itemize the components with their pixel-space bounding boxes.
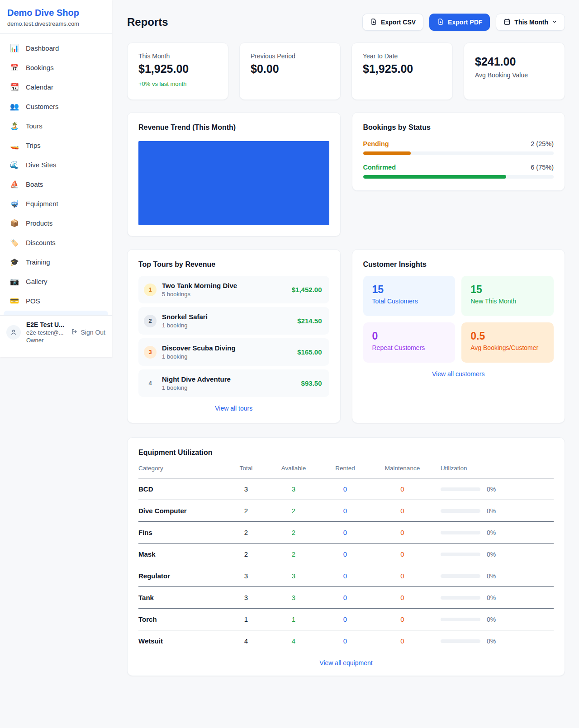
column-header: Maintenance xyxy=(370,465,435,472)
nav-item-label: Equipment xyxy=(26,200,58,208)
equipment-total: 2 xyxy=(226,507,266,515)
file-download-icon xyxy=(437,18,444,27)
equipment-available: 2 xyxy=(266,550,321,558)
utilization-progress-track xyxy=(441,618,480,621)
brand: Demo Dive Shop demo.test.divestreams.com xyxy=(0,0,112,34)
equipment-total: 3 xyxy=(226,594,266,601)
nav-item-label: Training xyxy=(26,258,50,266)
column-header: Category xyxy=(138,465,226,472)
user-role: Owner xyxy=(26,337,66,344)
customer-insights-card: Customer Insights 15 Total Customers 15 … xyxy=(352,249,565,423)
tour-item-two-tank-morning-dive[interactable]: 1 Two Tank Morning Dive 5 bookings $1,45… xyxy=(138,276,329,303)
sidebar-item-bookings[interactable]: 📅 Bookings xyxy=(4,58,108,77)
table-row-tank: Tank 3 3 0 0 0% xyxy=(138,587,554,609)
bookings-by-status-title: Bookings by Status xyxy=(363,123,554,132)
status-row-pending: Pending 2 (25%) xyxy=(363,140,554,155)
sidebar-item-tours[interactable]: 🏝️ Tours xyxy=(4,116,108,136)
nav-item-icon: 🌊 xyxy=(10,161,19,169)
utilization-progress-track xyxy=(441,509,480,513)
equipment-total: 2 xyxy=(226,550,266,558)
sidebar-item-calendar[interactable]: 📆 Calendar xyxy=(4,77,108,97)
status-progress-fill xyxy=(363,175,506,179)
stat-value: $0.00 xyxy=(251,62,329,76)
equipment-total: 1 xyxy=(226,615,266,623)
insight-value: 0 xyxy=(372,330,446,342)
stat-value: $1,925.00 xyxy=(138,62,217,76)
charts-row: Revenue Trend (This Month) Bookings by S… xyxy=(127,112,565,236)
status-count: 6 (75%) xyxy=(531,164,554,171)
sidebar-item-pos[interactable]: 💳 POS xyxy=(4,291,108,311)
page-header: Reports Export CSV E xyxy=(127,14,565,31)
utilization-percent: 0% xyxy=(487,616,496,623)
sign-out-button[interactable]: Sign Out xyxy=(71,328,105,336)
insight-label: Repeat Customers xyxy=(372,344,446,351)
status-list: Pending 2 (25%) Confirmed 6 (75%) xyxy=(363,140,554,179)
page-title: Reports xyxy=(127,16,168,28)
export-csv-button[interactable]: Export CSV xyxy=(362,14,423,31)
tour-name: Discover Scuba Diving xyxy=(162,344,236,352)
view-all-equipment-link[interactable]: View all equipment xyxy=(138,659,554,667)
nav-item-icon: 💳 xyxy=(10,297,19,305)
equipment-category: Mask xyxy=(138,550,226,558)
equipment-maintenance: 0 xyxy=(370,550,435,558)
equipment-total: 4 xyxy=(226,637,266,645)
utilization-progress-track xyxy=(441,487,480,491)
reports-page: Demo Dive Shop demo.test.divestreams.com… xyxy=(0,0,579,728)
nav-item-label: Calendar xyxy=(26,83,53,91)
tour-item-night-dive-adventure[interactable]: 4 Night Dive Adventure 1 booking $93.50 xyxy=(138,369,329,397)
equipment-category: Wetsuit xyxy=(138,637,226,645)
sidebar-nav: 📊 Dashboard 📅 Bookings 📆 Calendar 👥 Cust… xyxy=(0,34,112,311)
view-all-customers-link[interactable]: View all customers xyxy=(363,370,554,378)
rank-badge: 1 xyxy=(144,284,157,296)
nav-item-icon: 📦 xyxy=(10,219,19,227)
sidebar-item-training[interactable]: 🎓 Training xyxy=(4,252,108,272)
sidebar-item-trips[interactable]: 🚤 Trips xyxy=(4,136,108,155)
revenue-trend-chart xyxy=(138,141,329,225)
equipment-maintenance: 0 xyxy=(370,507,435,515)
tour-item-discover-scuba-diving[interactable]: 3 Discover Scuba Diving 1 booking $165.0… xyxy=(138,338,329,366)
status-progress-fill xyxy=(363,151,411,155)
nav-item-label: POS xyxy=(26,297,40,305)
equipment-available: 3 xyxy=(266,485,321,493)
insight-value: 15 xyxy=(372,284,446,296)
sidebar-item-discounts[interactable]: 🏷️ Discounts xyxy=(4,233,108,252)
sidebar-item-boats[interactable]: ⛵ Boats xyxy=(4,175,108,194)
stat-value: $1,925.00 xyxy=(363,62,441,76)
brand-domain: demo.test.divestreams.com xyxy=(7,20,104,27)
utilization-progress-track xyxy=(441,574,480,578)
nav-item-icon: 📊 xyxy=(10,44,19,52)
sidebar-item-equipment[interactable]: 🤿 Equipment xyxy=(4,194,108,213)
stat-label: Previous Period xyxy=(251,52,329,60)
view-all-tours-link[interactable]: View all tours xyxy=(138,405,329,412)
sidebar-item-gallery[interactable]: 📷 Gallery xyxy=(4,272,108,291)
rank-badge: 4 xyxy=(144,377,157,390)
equipment-table-header: Category Total Available Rented Maintena… xyxy=(138,465,554,478)
nav-item-label: Dashboard xyxy=(26,44,59,52)
export-csv-label: Export CSV xyxy=(381,19,416,26)
stat-delta: +0% vs last month xyxy=(138,80,217,87)
equipment-available: 3 xyxy=(266,594,321,601)
utilization-percent: 0% xyxy=(487,507,496,515)
period-dropdown[interactable]: This Month xyxy=(496,14,565,31)
sidebar-item-customers[interactable]: 👥 Customers xyxy=(4,97,108,116)
sidebar-item-dive-sites[interactable]: 🌊 Dive Sites xyxy=(4,155,108,175)
brand-name[interactable]: Demo Dive Shop xyxy=(7,8,104,18)
main-content: Reports Export CSV E xyxy=(127,0,565,676)
sidebar-item-products[interactable]: 📦 Products xyxy=(4,213,108,233)
export-pdf-button[interactable]: Export PDF xyxy=(429,14,490,31)
file-download-icon xyxy=(370,18,377,27)
equipment-table-body: BCD 3 3 0 0 0% Dive Computer 2 xyxy=(138,478,554,652)
top-tours-card: Top Tours by Revenue 1 Two Tank Morning … xyxy=(127,249,341,423)
equipment-rented: 0 xyxy=(321,529,370,536)
sidebar: Demo Dive Shop demo.test.divestreams.com… xyxy=(0,0,112,357)
tour-revenue: $93.50 xyxy=(301,379,322,387)
equipment-available: 2 xyxy=(266,529,321,536)
customer-insights-title: Customer Insights xyxy=(363,260,554,269)
equipment-available: 4 xyxy=(266,637,321,645)
table-row-wetsuit: Wetsuit 4 4 0 0 0% xyxy=(138,630,554,652)
sidebar-item-dashboard[interactable]: 📊 Dashboard xyxy=(4,38,108,58)
nav-item-icon: 📆 xyxy=(10,83,19,91)
tour-item-snorkel-safari[interactable]: 2 Snorkel Safari 1 booking $214.50 xyxy=(138,307,329,335)
equipment-available: 2 xyxy=(266,507,321,515)
insight-tiles: 15 Total Customers 15 New This Month 0 R… xyxy=(363,276,554,363)
